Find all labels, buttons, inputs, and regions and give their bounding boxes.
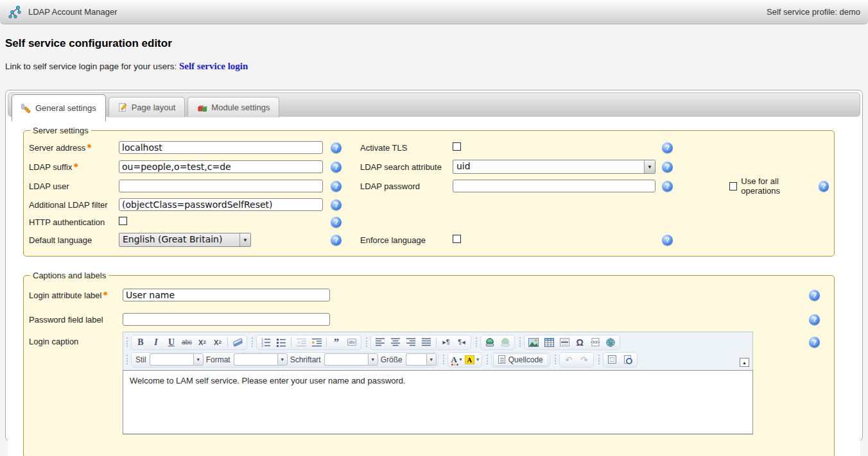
settings-tab-panel: General settings Page layout Module sett… <box>5 90 863 441</box>
tab-page-layout[interactable]: Page layout <box>108 97 186 117</box>
strikethrough-icon[interactable]: abc <box>179 335 195 349</box>
image-icon[interactable] <box>526 335 541 349</box>
toolbar-group-handle <box>126 337 128 347</box>
row-default-language: Default language English (Great Britain)… <box>29 230 829 249</box>
chevron-down-icon: ▼ <box>239 233 250 246</box>
toolbar-group-handle <box>487 355 489 364</box>
help-icon[interactable]: ? <box>662 142 673 153</box>
numbered-list-icon[interactable]: 123 <box>258 335 273 349</box>
horizontal-rule-icon[interactable] <box>557 335 572 349</box>
enforce-language-checkbox[interactable] <box>453 235 461 243</box>
page-break-icon[interactable] <box>587 335 603 349</box>
password-field-label-input[interactable] <box>123 313 330 326</box>
bulleted-list-icon[interactable] <box>273 335 289 349</box>
chevron-down-icon: ▼ <box>368 353 378 366</box>
toolbar-group-handle <box>366 337 368 347</box>
help-icon[interactable]: ? <box>331 217 342 228</box>
toolbar-collapse-button[interactable]: ▲ <box>740 358 749 367</box>
use-for-all-operations-checkbox[interactable] <box>729 182 737 190</box>
source-label: Quellcode <box>508 355 543 364</box>
help-icon[interactable]: ? <box>662 235 673 246</box>
captions-and-labels-legend: Captions and labels <box>30 271 108 280</box>
server-settings-legend: Server settings <box>30 126 91 135</box>
enforce-language-label: Enforce language <box>360 235 453 245</box>
link-icon[interactable] <box>482 335 498 349</box>
help-icon[interactable]: ? <box>331 199 342 210</box>
app-brand: LDAP Account Manager <box>8 4 117 20</box>
http-authentication-checkbox[interactable] <box>119 217 127 225</box>
help-icon[interactable]: ? <box>809 314 820 325</box>
table-icon[interactable] <box>541 335 557 349</box>
help-icon[interactable]: ? <box>809 337 820 348</box>
row-ldap-user: LDAP user ? LDAP password ? Use for all … <box>29 176 829 196</box>
style-combo[interactable]: ▼ <box>150 353 204 366</box>
server-address-input[interactable] <box>119 141 323 154</box>
http-authentication-label: HTTP authentication <box>29 217 119 227</box>
format-combo[interactable]: ▼ <box>234 353 288 366</box>
chevron-down-icon: ▼ <box>644 160 655 173</box>
editor-toolbar: B I U abc X2 X2 <box>123 332 752 370</box>
additional-ldap-filter-input[interactable] <box>119 198 323 211</box>
blockquote-icon[interactable]: ” <box>329 335 344 349</box>
toolbar-group-handle <box>476 337 478 347</box>
subscript-icon[interactable]: X2 <box>195 335 210 349</box>
text-direction-ltr-icon[interactable]: ▸¶ <box>438 335 454 349</box>
background-color-icon[interactable]: A▼ <box>465 353 480 366</box>
text-color-icon[interactable]: A▼ <box>449 353 465 366</box>
special-character-icon[interactable]: Ω <box>572 335 587 349</box>
bold-icon[interactable]: B <box>133 335 148 349</box>
editor-toolbar-row-2: Stil ▼ Format ▼ Schriftart ▼ Größe ▼ <box>125 351 749 368</box>
tab-label: General settings <box>35 103 96 113</box>
toolbar-group-handle <box>126 355 128 364</box>
help-icon[interactable]: ? <box>809 290 820 301</box>
ldap-password-input[interactable] <box>453 180 655 192</box>
help-icon[interactable]: ? <box>331 162 342 173</box>
help-icon[interactable]: ? <box>331 235 342 246</box>
align-right-icon[interactable] <box>403 335 419 349</box>
tab-strip: General settings Page layout Module sett… <box>8 92 860 117</box>
source-button[interactable]: Quellcode <box>493 353 548 366</box>
select-value: English (Great Britain) <box>119 233 239 246</box>
login-attribute-label-input[interactable] <box>123 289 330 301</box>
style-combo-label: Stil <box>135 355 146 364</box>
tab-general-settings[interactable]: General settings <box>12 94 106 121</box>
ldap-user-input[interactable] <box>119 180 323 192</box>
help-icon[interactable]: ? <box>662 162 673 173</box>
align-left-icon[interactable] <box>372 335 388 349</box>
edit-icon <box>118 103 128 112</box>
self-service-login-link[interactable]: Self service login <box>179 61 248 71</box>
ldap-suffix-input[interactable] <box>119 160 323 173</box>
redo-icon: ↷ <box>577 353 592 366</box>
help-icon[interactable]: ? <box>819 181 829 192</box>
ldap-user-label: LDAP user <box>29 182 119 191</box>
remove-format-icon[interactable] <box>230 335 245 349</box>
default-language-select[interactable]: English (Great Britain) ▼ <box>119 233 251 247</box>
underline-icon[interactable]: U <box>164 335 179 349</box>
font-combo[interactable]: ▼ <box>324 353 378 366</box>
required-icon: ✱ <box>87 143 92 149</box>
help-icon[interactable]: ? <box>662 181 673 192</box>
help-icon[interactable]: ? <box>331 181 342 192</box>
iframe-icon[interactable] <box>603 335 618 349</box>
size-combo-label: Größe <box>381 355 403 364</box>
activate-tls-label: Activate TLS <box>360 143 453 153</box>
italic-icon[interactable]: I <box>148 335 164 349</box>
align-justify-icon[interactable] <box>419 335 434 349</box>
tab-module-settings[interactable]: Module settings <box>187 97 279 117</box>
ldap-search-attribute-select[interactable]: uid ▼ <box>453 160 655 174</box>
app-header: LDAP Account Manager Self service profil… <box>0 0 868 24</box>
editor-content[interactable]: Welcome to LAM self service. Please ente… <box>123 370 753 434</box>
app-title: LDAP Account Manager <box>28 7 117 17</box>
text-direction-rtl-icon[interactable]: ¶◂ <box>454 335 469 349</box>
maximize-icon[interactable] <box>605 353 620 366</box>
superscript-icon[interactable]: X2 <box>210 335 225 349</box>
size-combo[interactable]: ▼ <box>406 353 437 366</box>
captions-and-labels-fieldset: Captions and labels Login attribute labe… <box>23 271 835 456</box>
indent-icon[interactable] <box>309 335 324 349</box>
div-container-icon[interactable]: div <box>344 335 360 349</box>
activate-tls-checkbox[interactable] <box>453 142 461 151</box>
help-icon[interactable]: ? <box>331 142 342 153</box>
preview-icon[interactable] <box>620 353 636 366</box>
align-center-icon[interactable] <box>388 335 403 349</box>
select-value: uid <box>453 160 644 173</box>
